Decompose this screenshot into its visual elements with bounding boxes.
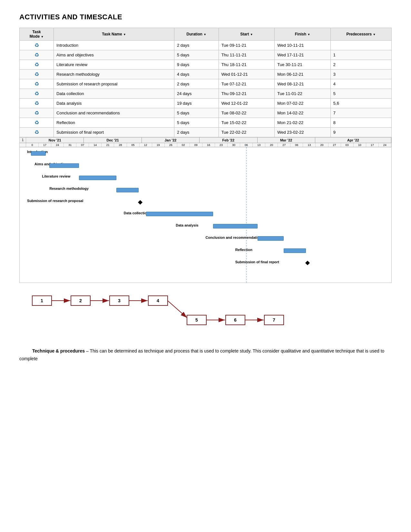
gantt-task-label: Research methodology (49, 187, 89, 190)
technique-dash: – (85, 348, 90, 353)
task-predecessors: 5,6 (330, 99, 391, 108)
task-mode-icon: ♻ (34, 43, 39, 48)
timeline-header: 1 Nov '21Dec '21Jan '22Feb '22Mar '22Apr… (20, 138, 391, 143)
timeline-date-cell: 24 (379, 143, 391, 147)
task-name: Introduction (54, 41, 174, 50)
page-title: ACTIVITIES AND TIMESCALE (19, 13, 392, 21)
task-mode-cell: ♻ (20, 108, 54, 118)
gantt-bar (31, 151, 46, 156)
task-start: Thu 18-11-21 (219, 60, 275, 70)
col-task-mode: TaskMode ▼ (20, 28, 54, 41)
gantt-task-label: Literature review (42, 174, 70, 178)
timeline-date-cell: 16 (202, 143, 215, 147)
table-row: ♻ Literature review 9 days Thu 18-11-21 … (20, 60, 392, 70)
task-finish: Wed 10-11-21 (275, 41, 331, 50)
task-duration: 5 days (174, 50, 219, 60)
gantt-chart: 1 Nov '21Dec '21Jan '22Feb '22Mar '22Apr… (19, 137, 392, 283)
timeline-date-cell: 28 (114, 143, 127, 147)
gantt-bar (146, 212, 213, 216)
col-start: Start ▼ (219, 28, 275, 41)
task-name: Submission of final report (54, 128, 174, 137)
task-start: Tue 15-02-22 (219, 118, 275, 128)
network-box-label: 2 (79, 298, 82, 303)
gantt-task-label: Reflection (235, 248, 252, 252)
timeline-date-cell: 14 (89, 143, 102, 147)
timeline-date-cell: 30 (228, 143, 240, 147)
task-mode-icon: ♻ (34, 110, 39, 116)
table-row: ♻ Reflection 5 days Tue 15-02-22 Mon 21-… (20, 118, 392, 128)
task-start: Wed 01-12-21 (219, 70, 275, 79)
task-start: Wed 12-01-22 (219, 99, 275, 108)
task-mode-icon: ♻ (34, 91, 39, 96)
task-mode-icon: ♻ (34, 52, 39, 58)
table-row: ♻ Submission of final report 2 days Tue … (20, 128, 392, 137)
timeline-date-cell: 19 (152, 143, 165, 147)
timeline-date-cell: 13 (253, 143, 265, 147)
task-name: Data analysis (54, 99, 174, 108)
network-box-label: 4 (157, 298, 159, 303)
timeline-date-cell: 23 (215, 143, 228, 147)
timeline-date-cell: 26 (165, 143, 177, 147)
task-mode-cell: ♻ (20, 41, 54, 50)
task-start: Tue 22-02-22 (219, 128, 275, 137)
task-mode-cell: ♻ (20, 70, 54, 79)
timeline-date-cell: 03 (341, 143, 354, 147)
timeline-date-cell: 0 (26, 143, 39, 147)
gantt-diamond (305, 261, 310, 265)
timeline-month: Nov '21 (26, 138, 84, 143)
table-row: ♻ Research methodology 4 days Wed 01-12-… (20, 70, 392, 79)
task-duration: 9 days (174, 60, 219, 70)
network-box-label: 7 (273, 317, 275, 323)
table-row: ♻ Submission of research proposal 2 days… (20, 79, 392, 89)
network-diagram: 1234567 (19, 286, 392, 338)
task-mode-icon: ♻ (34, 120, 39, 125)
col-predecessors: Predecessors ▼ (330, 28, 391, 41)
timeline-month: Apr '22 (315, 138, 391, 143)
timeline-date-cell: 09 (190, 143, 202, 147)
task-predecessors: 8 (330, 118, 391, 128)
task-finish: Tue 30-11-21 (275, 60, 331, 70)
gantt-task-label: Data analysis (176, 223, 198, 227)
task-table: TaskMode ▼ Task Name ▼ Duration ▼ Start … (19, 28, 392, 137)
timeline-months: Nov '21Dec '21Jan '22Feb '22Mar '22Apr '… (26, 138, 391, 143)
timeline-month: Jan '22 (142, 138, 200, 143)
task-finish: Tue 11-01-22 (275, 89, 331, 99)
task-mode-cell: ♻ (20, 128, 54, 137)
task-predecessors: 3 (330, 70, 391, 79)
task-finish: Mon 14-02-22 (275, 108, 331, 118)
gantt-task-label: Data collection (124, 211, 149, 215)
timeline-date-cell: 06 (240, 143, 253, 147)
col-finish: Finish ▼ (275, 28, 331, 41)
task-finish: Mon 06-12-21 (275, 70, 331, 79)
timeline-month: Mar '22 (258, 138, 315, 143)
table-row: ♻ Data analysis 19 days Wed 12-01-22 Mon… (20, 99, 392, 108)
col-task-name: Task Name ▼ (54, 28, 174, 41)
task-name: Reflection (54, 118, 174, 128)
timeline-date-cell: 24 (51, 143, 64, 147)
timeline-date-cell: 10 (354, 143, 366, 147)
task-predecessors: 1 (330, 50, 391, 60)
gantt-diamond (138, 200, 142, 205)
task-duration: 2 days (174, 79, 219, 89)
timeline-date-cell: 05 (127, 143, 140, 147)
task-mode-icon: ♻ (34, 130, 39, 135)
task-predecessors: 5 (330, 89, 391, 99)
gantt-bar (284, 248, 306, 253)
network-box-label: 1 (41, 298, 43, 303)
task-mode-icon: ♻ (34, 81, 39, 87)
timeline-date-cell: 12 (140, 143, 152, 147)
timeline-date-cell: 02 (177, 143, 190, 147)
task-predecessors (330, 41, 391, 50)
timeline-row-num: 1 (20, 138, 26, 143)
task-mode-cell: ♻ (20, 118, 54, 128)
gantt-bar (79, 176, 116, 180)
gantt-bars-area: IntroductionAims and objectivesLiteratur… (20, 147, 391, 283)
network-arrow (168, 301, 187, 318)
network-box-label: 3 (118, 298, 121, 303)
task-duration: 24 days (174, 89, 219, 99)
network-box-label: 5 (195, 317, 198, 323)
gantt-task-label: Conclusion and recommendations (206, 236, 264, 239)
table-row: ♻ Data collection 24 days Thu 09-12-21 T… (20, 89, 392, 99)
task-mode-icon: ♻ (34, 72, 39, 77)
task-start: Thu 11-11-21 (219, 50, 275, 60)
